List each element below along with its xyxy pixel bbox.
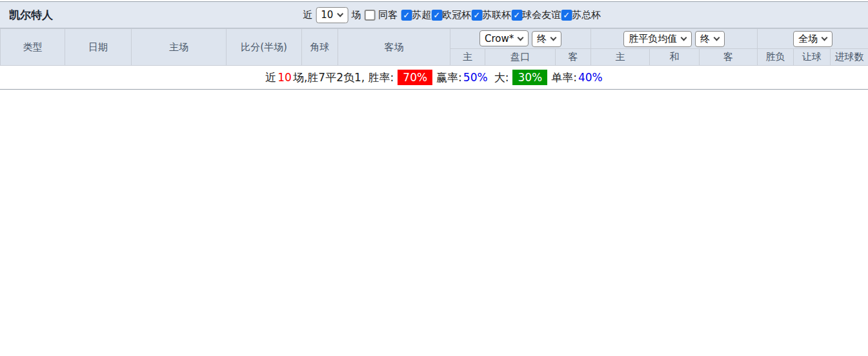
- subcol-mean-draw: 和: [650, 49, 700, 66]
- odds-state-select[interactable]: 终: [532, 31, 561, 47]
- league-checkbox-label: 苏总杯: [572, 9, 601, 21]
- matches-label: 场: [351, 9, 361, 21]
- league-checkbox-label: 苏超: [412, 9, 431, 21]
- mean-state-select[interactable]: 终: [695, 31, 725, 47]
- subcol-mean-away: 客: [700, 49, 758, 66]
- league-filter-group: ✓苏超✓欧冠杯✓苏联杯✓球会友谊✓苏总杯: [401, 9, 601, 21]
- chevron-down-icon: [518, 34, 524, 41]
- subcol-handicap: 盘口: [485, 49, 556, 66]
- match-table: 类型 日期 主场 比分(半场) 角球 客场 Crow* 终 胜平负均值 终 全场: [0, 28, 868, 66]
- title-bar: 凯尔特人 近 10 场 同客 ✓苏超✓欧冠杯✓苏联杯✓球会友谊✓苏总杯: [0, 2, 868, 28]
- let-rate-label: 赢率:: [436, 70, 462, 85]
- filter-controls: 近 10 场 同客 ✓苏超✓欧冠杯✓苏联杯✓球会友谊✓苏总杯: [303, 7, 601, 23]
- col-header-corner: 角球: [302, 29, 338, 66]
- league-checkbox[interactable]: ✓: [561, 10, 572, 21]
- league-checkbox-label: 欧冠杯: [442, 9, 471, 21]
- recent-count-select[interactable]: 10: [316, 7, 348, 23]
- match-history-panel: 凯尔特人 近 10 场 同客 ✓苏超✓欧冠杯✓苏联杯✓球会友谊✓苏总杯 类型 日…: [0, 0, 868, 356]
- mean-type-select[interactable]: 胜平负均值: [623, 31, 692, 47]
- subcol-wdl: 胜负: [758, 49, 794, 66]
- league-checkbox[interactable]: ✓: [511, 10, 522, 21]
- league-checkbox-label: 苏联杯: [482, 9, 511, 21]
- same-venue-label: 同客: [378, 9, 398, 21]
- recent-label: 近: [303, 9, 312, 21]
- chevron-down-icon: [822, 35, 828, 41]
- col-header-home: 主场: [132, 29, 227, 66]
- subcol-let: 让球: [794, 49, 831, 66]
- subcol-mean-home: 主: [591, 49, 650, 66]
- mean-select-cell: 胜平负均值 终: [591, 29, 758, 49]
- odds-select-cell: Crow* 终: [450, 29, 591, 49]
- same-venue-checkbox[interactable]: [364, 10, 375, 21]
- col-header-away: 客场: [338, 29, 450, 66]
- summary-bar: 近10场,胜7平2负1, 胜率: 70% 赢率:50% 大: 30% 单率:40…: [0, 66, 868, 90]
- league-checkbox-label: 球会友谊: [522, 9, 561, 21]
- chevron-down-icon: [681, 35, 687, 41]
- chevron-down-icon: [337, 11, 343, 17]
- summary-prefix: 近: [265, 70, 276, 85]
- scope-select-cell: 全场: [758, 29, 868, 49]
- subcol-odds-away: 客: [556, 49, 591, 66]
- bookmaker-select[interactable]: Crow*: [479, 30, 529, 46]
- chevron-down-icon: [550, 35, 557, 41]
- col-header-date: 日期: [65, 29, 132, 66]
- summary-count: 10: [278, 71, 292, 84]
- league-checkbox[interactable]: ✓: [471, 10, 482, 21]
- league-checkbox[interactable]: ✓: [431, 10, 442, 21]
- subcol-odds-home: 主: [450, 49, 485, 66]
- big-rate-badge: 30%: [512, 70, 547, 85]
- big-rate-label: 大:: [494, 70, 509, 85]
- summary-record: 场,胜7平2负1, 胜率:: [293, 70, 394, 85]
- let-rate-value: 50%: [463, 71, 488, 84]
- scope-select[interactable]: 全场: [793, 31, 833, 47]
- league-checkbox[interactable]: ✓: [401, 10, 412, 21]
- col-header-score: 比分(半场): [227, 29, 302, 66]
- recent-count-value: 10: [321, 9, 333, 21]
- subcol-goals: 进球数: [831, 49, 868, 66]
- win-rate-badge: 70%: [398, 70, 432, 85]
- single-rate-label: 单率:: [551, 70, 577, 85]
- chevron-down-icon: [713, 35, 720, 41]
- single-rate-value: 40%: [578, 71, 603, 84]
- page-title: 凯尔特人: [9, 8, 53, 23]
- col-header-type: 类型: [1, 29, 65, 66]
